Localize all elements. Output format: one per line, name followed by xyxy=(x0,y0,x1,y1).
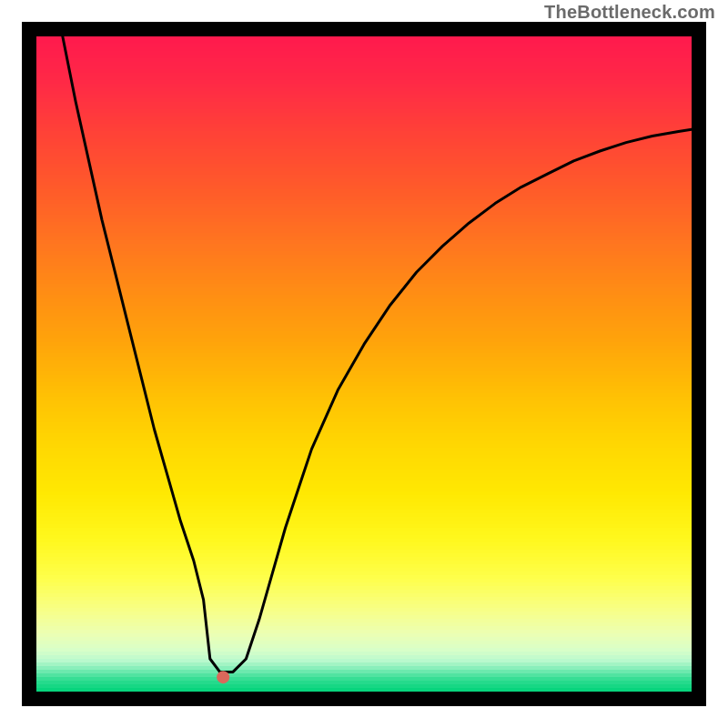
plot-frame xyxy=(22,22,706,706)
curve-layer xyxy=(36,36,692,692)
watermark-text: TheBottleneck.com xyxy=(544,2,715,23)
chart-container: TheBottleneck.com xyxy=(0,0,728,728)
bottleneck-curve xyxy=(63,36,692,672)
plot-area xyxy=(22,22,706,706)
optimal-point-marker xyxy=(217,671,229,683)
